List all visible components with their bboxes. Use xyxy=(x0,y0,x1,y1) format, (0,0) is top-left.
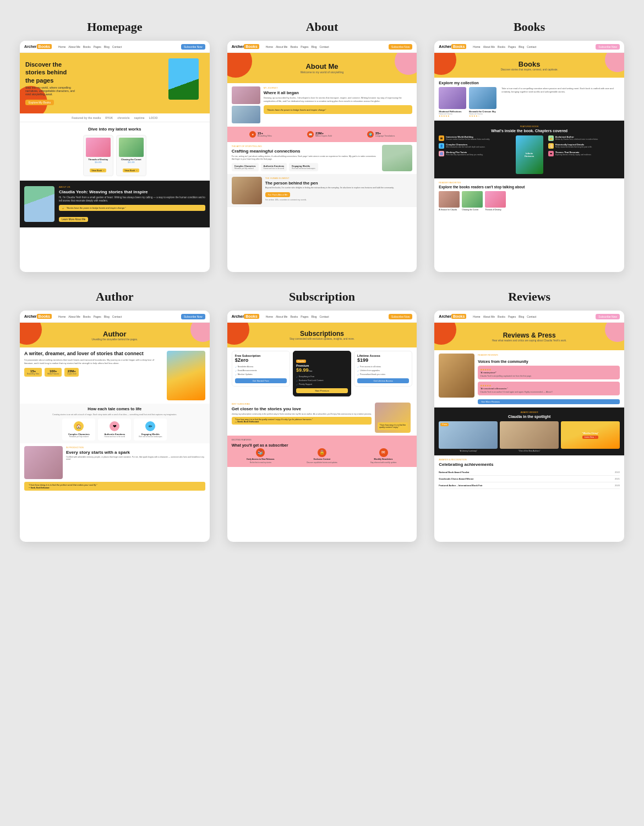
books-chapter-icon-3: 🌀 xyxy=(439,151,444,156)
sub-nav-contact[interactable]: Contact xyxy=(320,315,329,318)
reviews-nav-contact[interactable]: Contact xyxy=(527,315,536,318)
sub-plan-free-btn[interactable]: Get Started Free xyxy=(235,378,287,383)
books-coll-rating-1: ★★★★★ xyxy=(439,115,466,117)
nav-books[interactable]: Books xyxy=(83,45,91,48)
about-nav-contact[interactable]: Contact xyxy=(320,45,329,48)
author-nav-books[interactable]: Books xyxy=(83,315,91,318)
reviews-text-1: "A masterpiece!" xyxy=(480,371,618,374)
author-nav: ArcherBooks Home About Me Books Pages Bl… xyxy=(20,311,210,323)
reviews-voice-reviews: READER REVIEWS Voices from the community… xyxy=(478,354,620,404)
homepage-nav: ArcherBooks Home About Me Books Pages Bl… xyxy=(20,41,210,53)
sub-card-wrapper: Subscription ArcherBooks Home About Me B… xyxy=(227,290,417,542)
about-nav-about[interactable]: About Me xyxy=(276,45,287,48)
books-chapter-desc-5: Richly researched details that bring the… xyxy=(555,146,592,148)
sub-nav-pages[interactable]: Pages xyxy=(301,315,308,318)
author-nav-about[interactable]: About Me xyxy=(68,315,80,318)
books-hero-heading: Books xyxy=(519,60,541,68)
author-feature-desc-3: Rich and immersive landscapes xyxy=(137,436,164,438)
sub-hero-heading: Subscriptions xyxy=(300,330,344,338)
sub-closer-text: WHY SUBSCRIBE Get closer to the stories … xyxy=(232,403,372,425)
reviews-voice-img xyxy=(439,354,474,398)
about-where-img1 xyxy=(232,86,260,104)
author-nav-home[interactable]: Home xyxy=(58,315,66,318)
reviews-nav-books[interactable]: Books xyxy=(498,315,505,318)
homepage-author-btn[interactable]: Learn More About Me xyxy=(59,217,88,222)
author-orange-blob xyxy=(20,323,42,345)
reviews-nav-about[interactable]: About Me xyxy=(483,315,495,318)
nav-home[interactable]: Home xyxy=(58,45,66,48)
homepage-book2-btn[interactable]: View Book → xyxy=(123,169,139,172)
sub-plan-lifetime-btn[interactable]: Get Lifetime Access xyxy=(357,378,409,383)
homepage-book-cover: InfiniteHorizons xyxy=(168,58,199,100)
nav-about[interactable]: About Me xyxy=(68,45,80,48)
sub-nav-blog[interactable]: Blog xyxy=(311,315,316,318)
sub-plan-lifetime-f2: Lifetime from upgrades xyxy=(357,369,409,372)
reviews-achievements-heading: Celebrating achievements xyxy=(439,462,620,467)
homepage-author-lock-icon: 🔒 xyxy=(62,206,64,209)
author-nav-contact[interactable]: Contact xyxy=(112,315,122,318)
about-nav-books[interactable]: Books xyxy=(290,45,298,48)
reviews-spotlight-img-2 xyxy=(500,421,559,449)
reviews-achievements-label: AWARDS & RECOGNITION xyxy=(439,458,620,461)
books-nav-btn[interactable]: Subscribe Now xyxy=(596,44,620,50)
about-nav-pages[interactable]: Pages xyxy=(301,45,308,48)
nav-blog[interactable]: Blog xyxy=(104,45,110,48)
reviews-nav-blog[interactable]: Blog xyxy=(519,315,524,318)
books-explore-books: A Season for Claudia Chasing the Comet T… xyxy=(439,191,620,211)
books-chapter-icon-2: 👤 xyxy=(439,143,444,149)
sub-benefit-1: 📚 Early Access to New Releases Be the fi… xyxy=(232,448,290,464)
about-person-funfacts-btn[interactable]: Fun Facts About Me xyxy=(265,192,291,197)
reviews-achievement-year-2: 2021 xyxy=(615,477,620,480)
reviews-see-more-btn[interactable]: See More Reviews xyxy=(478,399,620,404)
author-feature-icon-2: ❤ xyxy=(110,421,119,431)
books-chapter-4: ✍ Acclaimed Author Written by Claudia Ye… xyxy=(548,135,620,141)
homepage-logo: ArcherBooks xyxy=(24,45,52,48)
author-nav-btn[interactable]: Subscribe Now xyxy=(181,314,205,319)
books-nav-pages[interactable]: Pages xyxy=(508,45,516,48)
homepage-card: ArcherBooks Home About Me Books Pages Bl… xyxy=(20,41,210,272)
homepage-hero-btn[interactable]: Explore My Books xyxy=(25,100,54,105)
books-inside-heading: What's inside the book. Chapters covered xyxy=(439,129,620,133)
author-label: Author xyxy=(96,290,133,304)
books-nav-contact[interactable]: Contact xyxy=(527,45,536,48)
reviews-nav-home[interactable]: Home xyxy=(473,315,480,318)
about-milestone-icon-1: ★ xyxy=(249,131,256,138)
about-quote-box: "Stories have the power to bridge hearts… xyxy=(264,105,413,114)
author-nav-blog[interactable]: Blog xyxy=(104,315,110,318)
sub-nav-btn[interactable]: Subscribe Now xyxy=(389,314,413,319)
author-spark-img xyxy=(24,446,63,479)
sub-nav-home[interactable]: Home xyxy=(266,315,273,318)
books-chapter-desc-3: Plots that defy expectations and keep yo… xyxy=(446,154,483,156)
sub-whatyouget-heading: What you'll get as a subscriber xyxy=(232,443,413,447)
sub-plan-premium-tag: Popular xyxy=(296,360,306,363)
homepage-nav-btn[interactable]: Subscribe Now xyxy=(181,44,205,50)
homepage-media-text: Featured by the media xyxy=(72,116,101,119)
books-coll-rating-2: ★★★★☆ xyxy=(469,115,496,117)
sub-nav-about[interactable]: About Me xyxy=(276,315,287,318)
author-stat-2: 100+ Media Features xyxy=(45,368,62,377)
homepage-book1-btn[interactable]: View Book → xyxy=(90,169,106,172)
books-coll-book-1: Shattered Reflections National Drama ★★★… xyxy=(439,87,466,117)
about-person-text: THE HUMAN ELEMENT The person behind the … xyxy=(265,177,394,201)
about-nav-home[interactable]: Home xyxy=(266,45,273,48)
sub-benefit-name-2: Exclusive Content xyxy=(314,458,330,460)
reviews-card: ArcherBooks Home About Me Books Pages Bl… xyxy=(434,311,624,542)
reviews-spotlight-listen-btn[interactable]: Listen Now → xyxy=(582,436,599,439)
about-nav-btn[interactable]: Subscribe Now xyxy=(389,44,413,50)
sub-benefit-icon-3: ✉ xyxy=(379,448,388,457)
nav-contact[interactable]: Contact xyxy=(112,45,122,48)
books-nav-books[interactable]: Books xyxy=(498,45,505,48)
sub-plan-premium-btn[interactable]: Start Premium xyxy=(296,388,348,393)
books-chapters-left: 🏛 Immersive World-Building Discover real… xyxy=(439,135,510,174)
author-nav-pages[interactable]: Pages xyxy=(94,315,101,318)
books-nav-about[interactable]: About Me xyxy=(483,45,495,48)
about-nav-blog[interactable]: Blog xyxy=(311,45,316,48)
author-stats-row: 15+ Bestselling Titles 100+ Media Featur… xyxy=(24,368,163,377)
books-nav-home[interactable]: Home xyxy=(473,45,480,48)
books-chapter-text-3: Working Plot Twists Plots that defy expe… xyxy=(446,151,483,156)
books-nav-blog[interactable]: Blog xyxy=(519,45,524,48)
reviews-nav-btn[interactable]: Subscribe Now xyxy=(596,314,620,319)
nav-pages[interactable]: Pages xyxy=(94,45,101,48)
sub-nav-books[interactable]: Books xyxy=(290,315,298,318)
reviews-nav-pages[interactable]: Pages xyxy=(508,315,516,318)
